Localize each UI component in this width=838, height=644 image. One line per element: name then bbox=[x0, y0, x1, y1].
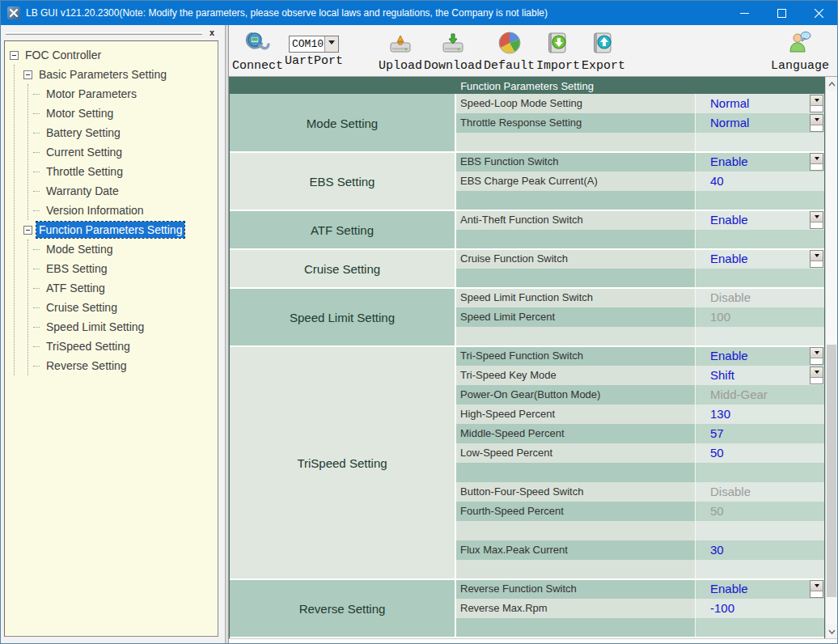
chevron-down-icon[interactable] bbox=[810, 212, 823, 222]
param-value-cell[interactable]: Normal bbox=[695, 94, 824, 113]
value-dropdown-button[interactable] bbox=[810, 211, 823, 229]
tree-item-motor-setting[interactable]: Motor Setting bbox=[28, 104, 218, 123]
value-dropdown-button[interactable] bbox=[810, 366, 823, 384]
param-value-cell[interactable]: 40 bbox=[695, 172, 824, 191]
value-dropdown-button[interactable] bbox=[810, 580, 823, 598]
param-value-cell[interactable]: Enable bbox=[695, 346, 824, 366]
tree-item-foc-controller[interactable]: FOC Controller bbox=[10, 45, 218, 65]
tree-connector bbox=[33, 346, 40, 347]
table-sections: Mode SettingSpeed-Loop Mode SettingNorma… bbox=[230, 94, 824, 638]
param-value-cell[interactable]: 50 bbox=[695, 443, 824, 463]
upload-button[interactable]: Upload bbox=[379, 28, 422, 73]
expand-toggle-icon[interactable] bbox=[23, 226, 32, 235]
tree-item-throttle-setting[interactable]: Throttle Setting bbox=[28, 162, 218, 181]
download-button[interactable]: Download bbox=[424, 28, 482, 73]
uartport-control: COM10 UartPort bbox=[285, 28, 343, 68]
section-rows: EBS Function SwitchEnableEBS Charge Peak… bbox=[456, 152, 824, 210]
value-dropdown-button[interactable] bbox=[810, 95, 823, 112]
default-label: Default bbox=[484, 59, 535, 73]
toolbar: Connect COM10 UartPort bbox=[229, 25, 837, 77]
uartport-combobox[interactable]: COM10 bbox=[289, 36, 339, 53]
chevron-down-icon[interactable] bbox=[810, 367, 823, 378]
maximize-button[interactable] bbox=[763, 1, 800, 25]
export-button[interactable]: Export bbox=[582, 28, 625, 73]
param-value-cell[interactable]: Enable bbox=[695, 579, 824, 599]
expand-toggle-icon[interactable] bbox=[23, 70, 32, 79]
default-button[interactable]: Default bbox=[484, 28, 535, 73]
param-value: -100 bbox=[710, 601, 734, 615]
chevron-down-icon[interactable] bbox=[810, 95, 823, 106]
tree-item-battery-setting[interactable]: Battery Setting bbox=[28, 123, 218, 142]
scroll-up-icon[interactable] bbox=[826, 77, 837, 91]
tree-item-version-information[interactable]: Version Information bbox=[28, 201, 218, 220]
param-value-cell[interactable]: -100 bbox=[695, 599, 824, 618]
param-value-cell[interactable]: 130 bbox=[695, 405, 824, 424]
param-value-cell[interactable]: 57 bbox=[695, 424, 824, 443]
param-value-cell[interactable]: Shift bbox=[695, 366, 824, 385]
tree-connector bbox=[33, 307, 40, 308]
import-button[interactable]: Import bbox=[536, 28, 580, 73]
tree-item-motor-parameters[interactable]: Motor Parameters bbox=[28, 84, 218, 104]
tree-item-speed-limit-setting[interactable]: Speed Limit Setting bbox=[28, 317, 218, 337]
param-value: Enable bbox=[710, 349, 748, 362]
param-value-cell[interactable]: 30 bbox=[695, 540, 824, 560]
uartport-dropdown-icon[interactable] bbox=[324, 36, 338, 52]
chevron-down-icon[interactable] bbox=[810, 348, 823, 358]
chevron-down-icon[interactable] bbox=[810, 154, 823, 164]
expand-toggle-icon[interactable] bbox=[10, 51, 19, 60]
param-value-cell bbox=[695, 560, 824, 579]
section-mode-setting: Mode SettingSpeed-Loop Mode SettingNorma… bbox=[230, 94, 824, 152]
uartport-label: UartPort bbox=[285, 54, 343, 68]
tree-item-function-parameters-setting[interactable]: Function Parameters Setting bbox=[15, 220, 218, 239]
value-dropdown-button[interactable] bbox=[810, 153, 823, 171]
panel-grip[interactable] bbox=[6, 32, 202, 35]
param-label bbox=[456, 560, 695, 579]
connect-button[interactable]: Connect bbox=[232, 28, 283, 73]
tree-item-basic-parameters-setting[interactable]: Basic Parameters Setting bbox=[15, 65, 218, 84]
param-label: Fourth-Speed Percent bbox=[456, 502, 695, 521]
section-speed-limit-setting: Speed Limit SettingSpeed Limit Function … bbox=[230, 288, 824, 346]
panel-close-icon[interactable]: x bbox=[205, 27, 218, 40]
tree-item-ebs-setting[interactable]: EBS Setting bbox=[28, 259, 218, 278]
param-value-cell bbox=[695, 191, 824, 210]
tree-item-trispeed-setting[interactable]: TriSpeed Setting bbox=[28, 337, 218, 356]
scrollbar-thumb[interactable] bbox=[827, 345, 836, 597]
scrollbar-track[interactable] bbox=[826, 91, 837, 625]
spacer-row bbox=[456, 269, 824, 288]
tree-item-label: Version Information bbox=[44, 202, 146, 218]
param-value: Midd-Gear bbox=[710, 388, 768, 401]
param-value-cell: Midd-Gear bbox=[695, 385, 824, 405]
close-button[interactable] bbox=[800, 1, 837, 25]
param-row-low-speed-percent: Low-Speed Percent50 bbox=[456, 443, 824, 463]
language-button[interactable]: Language bbox=[771, 28, 829, 73]
minimize-button[interactable] bbox=[726, 1, 763, 25]
chevron-down-icon[interactable] bbox=[810, 251, 823, 261]
param-value-cell[interactable]: Enable bbox=[695, 152, 824, 172]
section-rows: Tri-Speed Function SwitchEnableTri-Speed… bbox=[456, 346, 824, 579]
tree-item-cruise-setting[interactable]: Cruise Setting bbox=[28, 298, 218, 317]
tree-item-current-setting[interactable]: Current Setting bbox=[28, 142, 218, 162]
tree-item-warranty-date[interactable]: Warranty Date bbox=[28, 181, 218, 201]
param-value-cell[interactable]: Normal bbox=[695, 113, 824, 133]
value-dropdown-button[interactable] bbox=[810, 250, 823, 268]
param-label: Throttle Response Setting bbox=[456, 113, 695, 133]
scroll-down-icon[interactable] bbox=[826, 625, 837, 638]
chevron-down-icon[interactable] bbox=[810, 581, 823, 591]
value-dropdown-button[interactable] bbox=[810, 347, 823, 365]
param-value-cell bbox=[695, 133, 824, 152]
param-row-reverse-max-rpm: Reverse Max.Rpm-100 bbox=[456, 599, 824, 618]
param-row-cruise-function-switch: Cruise Function SwitchEnable bbox=[456, 249, 824, 269]
param-row-speed-limit-percent: Speed Limit Percent100 bbox=[456, 307, 824, 327]
tree-item-label: Function Parameters Setting bbox=[36, 222, 184, 238]
tree-item-atf-setting[interactable]: ATF Setting bbox=[28, 278, 218, 298]
param-value-cell bbox=[695, 327, 824, 346]
group-cell: Speed Limit Setting bbox=[230, 288, 456, 346]
value-dropdown-button[interactable] bbox=[810, 114, 823, 132]
param-value: Normal bbox=[710, 96, 749, 110]
tree-item-mode-setting[interactable]: Mode Setting bbox=[28, 239, 218, 259]
vertical-scrollbar[interactable] bbox=[825, 77, 837, 638]
param-value-cell[interactable]: Enable bbox=[695, 249, 824, 269]
chevron-down-icon[interactable] bbox=[810, 115, 823, 125]
param-value-cell[interactable]: Enable bbox=[695, 210, 824, 230]
tree-item-reverse-setting[interactable]: Reverse Setting bbox=[28, 356, 218, 375]
